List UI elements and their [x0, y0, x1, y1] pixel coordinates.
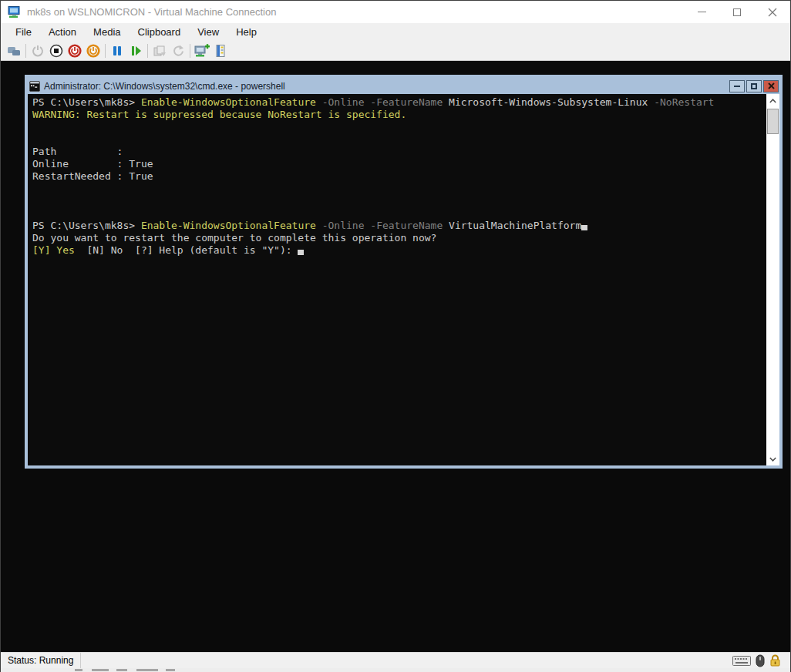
- console-title: Administrator: C:\Windows\system32\cmd.e…: [44, 81, 285, 92]
- terminal-text-segment: Do you want to restart the computer to c…: [32, 232, 436, 244]
- status-bar: Status: Running: [1, 652, 790, 668]
- toolbar-separator: [25, 44, 26, 58]
- status-text: Status: Running: [8, 655, 73, 666]
- window-maximize-button[interactable]: [719, 1, 755, 23]
- terminal-line: [Y] Yes [N] No [?] Help (default is "Y")…: [32, 244, 766, 257]
- terminal-line: [32, 183, 766, 195]
- menu-item-help[interactable]: Help: [227, 24, 265, 40]
- shut-down-button[interactable]: [66, 42, 84, 60]
- console-scrollbar[interactable]: [766, 94, 779, 465]
- terminal-text-segment: WARNING: Restart is suppressed because N…: [32, 109, 406, 120]
- terminal-cursor: [298, 250, 304, 255]
- terminal-text-segment: [N] No [?] Help (default is "Y"):: [86, 244, 298, 256]
- terminal-text-segment: PS C:\Users\mk8s>: [32, 220, 141, 231]
- terminal-text-segment: Enable-WindowsOptionalFeature: [141, 96, 316, 108]
- minimize-icon: [734, 86, 740, 87]
- terminal-text-segment: PS C:\Users\mk8s>: [32, 96, 141, 108]
- terminal-text-segment: RestartNeeded : True: [32, 170, 153, 182]
- console-maximize-button[interactable]: [746, 80, 762, 92]
- reset-icon: [129, 44, 143, 58]
- reset-button[interactable]: [126, 42, 145, 60]
- turn-off-button[interactable]: [47, 42, 66, 60]
- terminal-line: Do you want to restart the computer to c…: [32, 232, 766, 244]
- menu-bar: FileActionMediaClipboardViewHelp: [1, 23, 790, 41]
- server-settings-icon: [214, 44, 227, 58]
- terminal-text-segment: -Online -FeatureName: [316, 96, 449, 108]
- vm-connection-icon: [8, 5, 21, 18]
- revert-icon: [171, 44, 185, 58]
- chevron-up-icon: [769, 99, 776, 103]
- checkpoint-icon: [153, 44, 167, 58]
- menu-item-view[interactable]: View: [189, 24, 227, 40]
- toolbar-separator: [105, 44, 106, 58]
- terminal-line: WARNING: Restart is suppressed because N…: [32, 109, 766, 121]
- enhanced-session-button[interactable]: [193, 42, 211, 60]
- save-state-icon: [86, 44, 100, 58]
- clipped-background-window: [1, 668, 790, 672]
- toolbar-separator: [147, 44, 148, 58]
- lock-icon: [769, 654, 781, 667]
- maximize-icon: [733, 8, 741, 16]
- enhanced-session-icon: [194, 44, 210, 58]
- status-separator: [80, 653, 81, 669]
- shut-down-icon: [68, 44, 82, 58]
- close-icon: [768, 8, 777, 17]
- turn-off-icon: [49, 44, 63, 58]
- window-minimize-button[interactable]: [684, 1, 719, 23]
- mouse-icon: [756, 654, 765, 667]
- window-title: mk8s on WSLNOMICRON - Virtual Machine Co…: [27, 6, 276, 18]
- terminal-text-segment: -Online -FeatureName: [316, 220, 449, 231]
- terminal-line: [32, 133, 766, 146]
- console-titlebar[interactable]: Administrator: C:\Windows\system32\cmd.e…: [28, 78, 779, 94]
- menu-item-media[interactable]: Media: [85, 24, 129, 40]
- start-button[interactable]: [29, 42, 47, 60]
- chevron-down-icon: [769, 457, 776, 462]
- console-window: Administrator: C:\Windows\system32\cmd.e…: [25, 75, 783, 469]
- scroll-down-button[interactable]: [766, 452, 779, 465]
- terminal-output[interactable]: PS C:\Users\mk8s> Enable-WindowsOptional…: [28, 94, 766, 465]
- menu-item-file[interactable]: File: [7, 24, 40, 40]
- scroll-up-button[interactable]: [766, 94, 779, 107]
- console-close-button[interactable]: [763, 80, 779, 92]
- start-icon: [31, 44, 45, 58]
- window-titlebar[interactable]: mk8s on WSLNOMICRON - Virtual Machine Co…: [1, 1, 790, 23]
- scroll-thumb[interactable]: [767, 109, 779, 134]
- console-minimize-button[interactable]: [729, 80, 745, 92]
- pause-button[interactable]: [108, 42, 126, 60]
- terminal-cursor: [581, 225, 587, 230]
- ctrl-alt-del-button[interactable]: [5, 42, 23, 60]
- ctrl-alt-del-icon: [7, 44, 22, 58]
- checkpoint-button[interactable]: [150, 42, 169, 60]
- toolbar: [1, 41, 790, 61]
- toolbar-separator: [190, 44, 190, 58]
- terminal-text-segment: Microsoft-Windows-Subsystem-Linux: [449, 96, 648, 108]
- menu-item-clipboard[interactable]: Clipboard: [130, 24, 190, 40]
- terminal-text-segment: VirtualMachinePlatform: [449, 220, 581, 231]
- pause-icon: [110, 44, 124, 58]
- terminal-text-segment: Enable-WindowsOptionalFeature: [141, 220, 316, 231]
- vm-display[interactable]: Administrator: C:\Windows\system32\cmd.e…: [1, 61, 790, 652]
- close-icon: [768, 82, 775, 89]
- terminal-line: Path :: [32, 146, 766, 158]
- revert-button[interactable]: [169, 42, 187, 60]
- keyboard-icon: [732, 656, 751, 666]
- terminal-line: Online : True: [32, 158, 766, 170]
- terminal-line: [32, 121, 766, 133]
- terminal-line: PS C:\Users\mk8s> Enable-WindowsOptional…: [32, 96, 766, 109]
- terminal-line: RestartNeeded : True: [32, 170, 766, 183]
- terminal-line: [32, 195, 766, 207]
- window-close-button[interactable]: [755, 1, 790, 23]
- menu-item-action[interactable]: Action: [40, 24, 85, 40]
- settings-button[interactable]: [211, 42, 230, 60]
- cmd-icon: [29, 81, 40, 92]
- terminal-text-segment: -NoRestart: [648, 96, 714, 108]
- terminal-text-segment: Path :: [32, 146, 123, 157]
- terminal-line: [32, 207, 766, 220]
- vm-connection-window: mk8s on WSLNOMICRON - Virtual Machine Co…: [0, 0, 791, 672]
- maximize-icon: [751, 83, 757, 89]
- save-button[interactable]: [84, 42, 103, 60]
- terminal-text-segment: [Y] Yes: [32, 244, 86, 256]
- terminal-line: PS C:\Users\mk8s> Enable-WindowsOptional…: [32, 220, 766, 232]
- minimize-icon: [698, 12, 706, 12]
- terminal-text-segment: Online : True: [32, 158, 153, 170]
